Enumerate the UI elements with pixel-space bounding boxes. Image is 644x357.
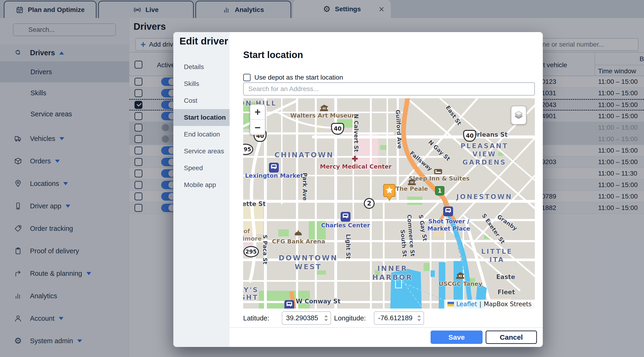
map-label: N Calvert St bbox=[352, 114, 360, 152]
latitude-input[interactable]: 39.290385 bbox=[282, 311, 331, 325]
arena-icon bbox=[295, 232, 302, 236]
modal-nav-skills[interactable]: Skills bbox=[173, 75, 230, 92]
map-label: LY'S bbox=[243, 286, 259, 294]
map-label: Fleet bbox=[498, 288, 515, 296]
map-label: Walters Art Museum bbox=[290, 112, 358, 119]
map-label: Shot Tower / Market Place bbox=[427, 218, 470, 232]
modal-nav-speed[interactable]: Speed bbox=[173, 160, 230, 177]
panel-heading: Start location bbox=[243, 50, 303, 60]
map[interactable]: ON HILLWalters Art MuseumCHINATOWNMercy … bbox=[243, 98, 535, 309]
map-label: Park Ave bbox=[301, 173, 308, 201]
ukraine-flag-icon bbox=[448, 302, 454, 307]
cancel-button[interactable]: Cancel bbox=[486, 331, 537, 344]
modal-nav: DetailsSkillsCostStart locationEnd locat… bbox=[173, 32, 230, 347]
save-button[interactable]: Save bbox=[430, 331, 482, 344]
latitude-label: Latitude: bbox=[243, 314, 269, 322]
longitude-input[interactable]: -76.612189 bbox=[374, 311, 424, 325]
spinner-icon[interactable] bbox=[324, 315, 328, 322]
map-label: GHT bbox=[243, 293, 258, 302]
layers-icon bbox=[513, 110, 524, 121]
map-label: Charles Center bbox=[321, 222, 370, 229]
modal-nav-mobile-app[interactable]: Mobile app bbox=[173, 177, 230, 193]
transit-icon bbox=[340, 212, 350, 222]
map-label: CHINATOWN bbox=[274, 151, 334, 160]
map-label: USCGC Taney bbox=[439, 280, 482, 288]
route-shield-2: 2 bbox=[364, 198, 374, 209]
map-label: DOWNTOWN WEST bbox=[278, 254, 338, 271]
map-label: PLEASANT VIEW GARDENS bbox=[459, 142, 510, 166]
bed-icon bbox=[434, 169, 442, 174]
address-search-input[interactable]: Search for an Address... bbox=[243, 82, 535, 95]
route-shield-1: 1 bbox=[435, 186, 444, 195]
footer-divider bbox=[230, 327, 543, 328]
modal-nav-start-location[interactable]: Start location bbox=[173, 109, 230, 126]
map-label: W Conway St bbox=[296, 297, 340, 305]
depot-star-marker[interactable] bbox=[383, 184, 396, 202]
transit-icon bbox=[284, 300, 294, 309]
modal-title: Edit driver bbox=[180, 35, 228, 47]
modal-nav-cost[interactable]: Cost bbox=[173, 92, 230, 109]
route-shield-295: 295 bbox=[244, 246, 259, 257]
map-label: S Paca St bbox=[262, 235, 268, 264]
transit-icon bbox=[443, 206, 453, 216]
modal-nav-details[interactable]: Details bbox=[173, 58, 230, 75]
use-depot-checkbox[interactable] bbox=[243, 74, 251, 81]
layers-control[interactable] bbox=[511, 106, 526, 125]
transit-icon bbox=[269, 163, 279, 173]
map-label: Sleep Inn & Suites bbox=[409, 175, 470, 182]
map-attribution: Leaflet | MapBox Streets bbox=[444, 300, 535, 309]
map-label: of bbox=[244, 228, 250, 235]
map-label: Easte bbox=[496, 273, 515, 281]
leaflet-link[interactable]: Leaflet bbox=[456, 301, 477, 308]
map-label: Light St bbox=[344, 234, 352, 259]
route-shield-40: 40 bbox=[331, 123, 344, 135]
longitude-label: Longitude: bbox=[334, 314, 366, 322]
zoom-out-button[interactable]: − bbox=[250, 120, 265, 135]
map-label: The Peale bbox=[396, 185, 428, 192]
map-label: yette St bbox=[243, 200, 266, 208]
spinner-icon[interactable] bbox=[417, 315, 421, 322]
map-label: INNER HARBOR bbox=[372, 264, 413, 282]
map-label: Mercy Medical Center bbox=[320, 163, 392, 170]
route-shield-40: 40 bbox=[463, 130, 476, 142]
zoom-in-button[interactable]: + bbox=[250, 105, 265, 120]
use-depot-label: Use depot as the start location bbox=[254, 74, 343, 81]
map-label: JONESTOWN bbox=[456, 193, 512, 201]
map-zoom-control: + − bbox=[250, 104, 266, 135]
map-label: Orleans St bbox=[472, 131, 508, 139]
map-label: timore bbox=[243, 235, 262, 242]
modal-nav-end-location[interactable]: End location bbox=[173, 126, 230, 143]
map-label: Lexington Market bbox=[245, 172, 303, 180]
map-label: LITTLE ITA bbox=[478, 247, 516, 264]
modal-nav-service-areas[interactable]: Service areas bbox=[173, 143, 230, 160]
map-label: CFG Bank Arena bbox=[272, 238, 325, 245]
edit-driver-modal: DetailsSkillsCostStart locationEnd locat… bbox=[173, 32, 543, 347]
